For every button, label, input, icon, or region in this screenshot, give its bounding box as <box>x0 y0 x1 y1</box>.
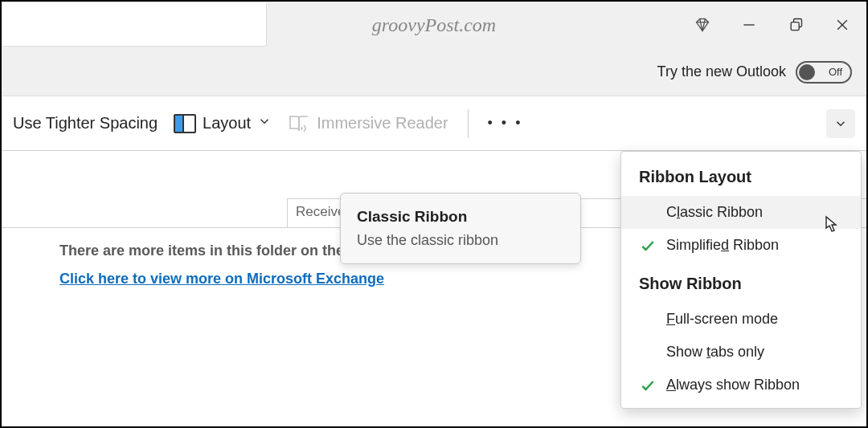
premium-diamond-icon[interactable] <box>694 17 710 33</box>
ribbon-options-chevron[interactable] <box>826 109 855 138</box>
toggle-state-label: Off <box>829 66 842 78</box>
layout-label: Layout <box>203 114 251 132</box>
toggle-knob <box>799 64 815 80</box>
menu-item-tabs-only[interactable]: Show tabs only <box>621 336 861 369</box>
tighter-spacing-label: Use Tighter Spacing <box>13 114 158 132</box>
svg-rect-1 <box>791 22 799 31</box>
menu-item-label: Show tabs only <box>666 344 843 361</box>
content-area: Receive There are more items in this fol… <box>2 151 866 426</box>
tooltip-description: Use the classic ribbon <box>357 232 564 249</box>
try-new-label: Try the new Outlook <box>657 63 786 80</box>
view-more-exchange-link[interactable]: Click here to view more on Microsoft Exc… <box>59 271 384 287</box>
menu-item-fullscreen[interactable]: Full-screen mode <box>621 303 861 336</box>
menu-item-label: Classic Ribbon <box>666 204 843 221</box>
immersive-reader-label: Immersive Reader <box>317 114 448 132</box>
menu-heading-show-ribbon: Show Ribbon <box>621 262 861 303</box>
layout-button[interactable]: Layout <box>166 109 280 138</box>
ribbon-options-menu: Ribbon Layout Classic Ribbon Simplified … <box>620 151 862 409</box>
ribbon-separator <box>468 109 469 138</box>
menu-heading-ribbon-layout: Ribbon Layout <box>621 163 861 196</box>
tooltip-title: Classic Ribbon <box>357 208 564 226</box>
watermark-text: groovyPost.com <box>372 14 496 36</box>
ribbon-toolbar: Use Tighter Spacing Layout Immersive Rea… <box>2 96 866 151</box>
chevron-down-icon <box>257 114 272 132</box>
menu-item-classic-ribbon[interactable]: Classic Ribbon <box>621 196 861 229</box>
layout-icon <box>174 114 196 133</box>
tab-placeholder <box>2 3 267 47</box>
try-new-toggle[interactable]: Off <box>796 61 852 84</box>
close-icon[interactable] <box>834 17 850 33</box>
window-controls <box>694 17 850 33</box>
try-new-outlook-bar: Try the new Outlook Off <box>2 48 866 96</box>
immersive-reader-button[interactable]: Immersive Reader <box>280 108 456 139</box>
menu-item-simplified-ribbon[interactable]: Simplified Ribbon <box>621 229 861 262</box>
classic-ribbon-tooltip: Classic Ribbon Use the classic ribbon <box>340 193 581 264</box>
menu-item-label: Simplified Ribbon <box>666 237 843 254</box>
menu-item-always-show[interactable]: Always show Ribbon <box>621 369 861 402</box>
checkmark-icon <box>639 377 657 393</box>
more-commands-button[interactable]: • • • <box>480 110 531 137</box>
minimize-icon[interactable] <box>741 17 757 33</box>
immersive-reader-icon <box>288 113 310 134</box>
tighter-spacing-button[interactable]: Use Tighter Spacing <box>5 109 166 137</box>
maximize-icon[interactable] <box>788 17 804 33</box>
checkmark-icon <box>639 238 657 254</box>
menu-item-label: Always show Ribbon <box>666 377 843 393</box>
menu-item-label: Full-screen mode <box>666 311 843 328</box>
title-bar: groovyPost.com <box>2 2 866 48</box>
